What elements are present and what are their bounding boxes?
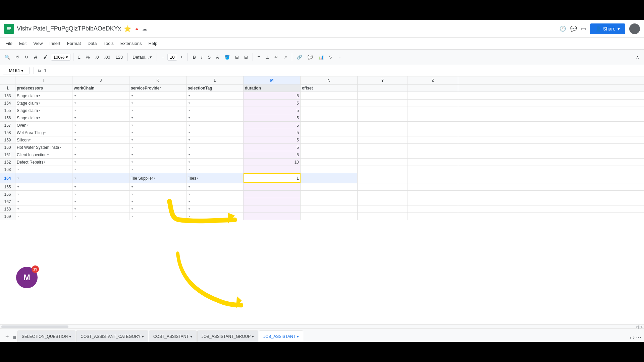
- tab-job-assistant-group[interactable]: JOB_ASSISTANT_GROUP ▾: [197, 330, 258, 342]
- tiles-cell[interactable]: Tiles ▾: [186, 173, 244, 183]
- table-row: 162 Defect Repairs ▾ ▾ ▾ ▾ 10: [0, 159, 644, 166]
- menu-edit[interactable]: Edit: [16, 40, 29, 47]
- tab-next-icon[interactable]: ›: [633, 335, 635, 341]
- merge-icon[interactable]: ⊟: [242, 53, 250, 61]
- undo-icon[interactable]: ↺: [13, 53, 21, 61]
- notification-badge[interactable]: M 19: [16, 267, 38, 288]
- align-icon[interactable]: ≡: [256, 53, 262, 61]
- menu-tools[interactable]: Tools: [101, 40, 116, 47]
- paint-format-icon[interactable]: 🖌: [41, 53, 50, 61]
- fill-color-icon[interactable]: 🪣: [222, 53, 232, 61]
- selected-cell[interactable]: 1: [244, 173, 301, 183]
- currency-icon[interactable]: £: [76, 53, 83, 61]
- add-sheet-button[interactable]: +: [3, 332, 12, 342]
- font-size-box[interactable]: 10: [167, 54, 177, 61]
- bold-icon[interactable]: B: [191, 53, 198, 61]
- toolbar-separator-5: [253, 53, 253, 61]
- present-icon[interactable]: ▭: [581, 25, 586, 32]
- tile-supplier-cell[interactable]: Tile Supplier ▾: [129, 173, 186, 183]
- chart-icon[interactable]: 📊: [316, 53, 326, 61]
- top-right-icons: 🕐 💬 ▭ 👤 Share ▾: [559, 23, 640, 34]
- col-header-k[interactable]: K: [129, 76, 186, 84]
- scrollbar[interactable]: ◁ ▷: [0, 324, 644, 328]
- col-header-l[interactable]: L: [186, 76, 244, 84]
- tab-expand-icon[interactable]: ⋯: [636, 334, 641, 341]
- star-icon[interactable]: ⭐: [124, 25, 131, 33]
- drive-icon[interactable]: 🔺: [134, 26, 140, 32]
- grid-body: 153 Stage claim ▾ ▾ ▾ ▾ 5 154 Stage clai…: [0, 92, 644, 324]
- formula-input[interactable]: 1: [44, 68, 641, 73]
- font-size-decrease[interactable]: −: [160, 53, 166, 61]
- share-button[interactable]: 👤 Share ▾: [590, 23, 625, 34]
- cell-reference-box[interactable]: M164 ▾: [3, 67, 30, 74]
- sheet-menu-button[interactable]: ≡: [12, 333, 17, 342]
- table-row: 156 Stage claim ▾ ▾ ▾ ▾ 5: [0, 114, 644, 122]
- link-icon[interactable]: 🔗: [295, 53, 304, 61]
- sheets-logo: [4, 24, 14, 34]
- comment-icon[interactable]: 💬: [570, 25, 577, 32]
- tab-dropdown-icon: ▾: [69, 334, 71, 339]
- decimal-dec-icon[interactable]: .0: [93, 53, 101, 61]
- menu-extensions[interactable]: Extensions: [118, 40, 145, 47]
- valign-icon[interactable]: ⊥: [263, 53, 271, 61]
- menu-help[interactable]: Help: [146, 40, 160, 47]
- col-header-n[interactable]: N: [301, 76, 358, 84]
- scrollbar-thumb[interactable]: [1, 325, 68, 328]
- menu-insert[interactable]: Insert: [47, 40, 63, 47]
- tab-job-assistant[interactable]: JOB_ASSISTANT ▾: [259, 330, 303, 342]
- comment-add-icon[interactable]: 💬: [306, 53, 315, 61]
- percent-icon[interactable]: %: [84, 53, 92, 61]
- menu-file[interactable]: File: [3, 40, 15, 47]
- tab-cost-assistant-category[interactable]: COST_ASSISTANT_CATEGORY ▾: [76, 330, 148, 342]
- tab-prev-icon[interactable]: ‹: [630, 335, 631, 341]
- subheader-offset: offset: [301, 85, 358, 92]
- borders-icon[interactable]: ⊞: [233, 53, 241, 61]
- cloud-icon[interactable]: ☁: [142, 26, 147, 32]
- cell-ref-dropdown-icon: ▾: [21, 68, 23, 73]
- table-row: 154 Stage claim ▾ ▾ ▾ ▾ 5: [0, 100, 644, 107]
- search-icon[interactable]: 🔍: [3, 53, 12, 61]
- table-row: 169 ▾ ▾ ▾ ▾: [0, 213, 644, 220]
- row-num-header: [0, 76, 15, 84]
- table-row: 157 Oven ▾ ▾ ▾ ▾ 5: [0, 122, 644, 129]
- toolbar-separator-3: [157, 53, 157, 61]
- decimal-inc-icon[interactable]: .00: [102, 53, 112, 61]
- sub-header-row: 1 predecessors workChain serviceProvider…: [0, 85, 644, 92]
- table-row: 163 ▾ ▾ ▾ ▾: [0, 166, 644, 173]
- menu-format[interactable]: Format: [64, 40, 84, 47]
- collapse-icon[interactable]: ∧: [634, 53, 641, 61]
- subheader-predecessors: predecessors: [15, 85, 72, 92]
- font-size-increase[interactable]: +: [178, 53, 185, 61]
- history-icon[interactable]: 🕐: [559, 25, 566, 32]
- rotate-icon[interactable]: ↗: [281, 53, 289, 61]
- toolbar: 🔍 ↺ ↻ 🖨 🖌 100% ▾ £ % .0 .00 123 Defaul..…: [0, 50, 644, 65]
- toolbar-separator-2: [127, 53, 128, 61]
- tab-selection-question[interactable]: SELECTION_QUESTION ▾: [17, 330, 75, 342]
- more-icon[interactable]: ⋮: [336, 53, 344, 61]
- redo-icon[interactable]: ↻: [22, 53, 30, 61]
- col-header-j[interactable]: J: [72, 76, 129, 84]
- col-header-m[interactable]: M: [244, 76, 301, 84]
- wrap-icon[interactable]: ↵: [272, 53, 280, 61]
- title-icons: ⭐ 🔺 ☁: [124, 25, 147, 33]
- font-selector[interactable]: Defaul... ▾: [130, 53, 154, 61]
- subheader-selectiontag: selectionTag: [186, 85, 244, 92]
- print-icon[interactable]: 🖨: [32, 53, 40, 61]
- italic-icon[interactable]: I: [199, 53, 205, 61]
- menu-view[interactable]: View: [31, 40, 45, 47]
- formula-sep: [34, 67, 34, 74]
- col-header-z[interactable]: Z: [408, 76, 458, 84]
- zoom-box[interactable]: 100% ▾: [51, 54, 70, 61]
- menu-data[interactable]: Data: [85, 40, 99, 47]
- col-header-i[interactable]: I: [15, 76, 72, 84]
- col-header-y[interactable]: Y: [358, 76, 408, 84]
- text-color-icon[interactable]: A: [214, 53, 221, 61]
- tab-bar: + ≡ SELECTION_QUESTION ▾ COST_ASSISTANT_…: [0, 328, 644, 342]
- client-inspection-cell[interactable]: Client Inspection ▾: [15, 151, 72, 158]
- tab-cost-assistant[interactable]: COST_ASSISTANT ▾: [149, 330, 197, 342]
- avatar[interactable]: [629, 23, 640, 34]
- tab-dropdown-icon: ▾: [252, 334, 254, 339]
- defect-repairs-cell[interactable]: Defect Repairs ▾: [15, 159, 72, 166]
- filter-icon[interactable]: ▽: [327, 53, 334, 61]
- strikethrough-icon[interactable]: S: [206, 53, 213, 61]
